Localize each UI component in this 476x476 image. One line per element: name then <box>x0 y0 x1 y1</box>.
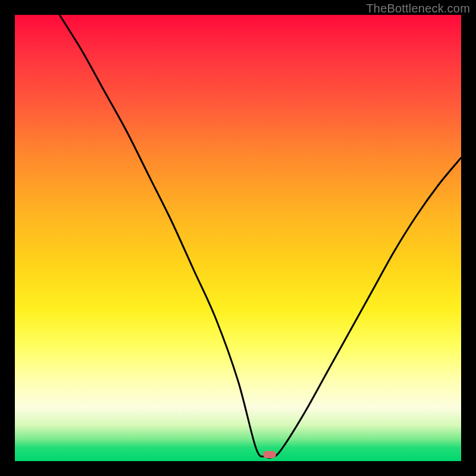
curve-path <box>60 15 461 458</box>
optimal-point-marker <box>263 451 276 458</box>
bottleneck-curve <box>15 15 461 461</box>
watermark-text: TheBottleneck.com <box>366 2 470 15</box>
chart-frame: TheBottleneck.com <box>0 0 476 476</box>
gradient-plot-area <box>15 15 461 461</box>
